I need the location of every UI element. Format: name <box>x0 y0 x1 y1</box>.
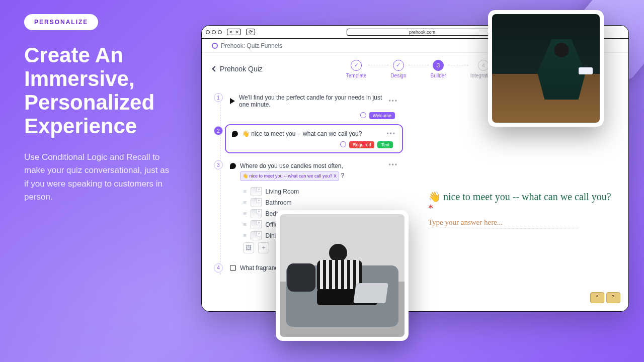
question-2[interactable]: 2 👋 nice to meet you -- what can we call… <box>228 124 400 153</box>
url-bar[interactable]: prehook.com <box>347 29 498 36</box>
gear-icon[interactable] <box>340 141 346 147</box>
drag-handle-icon[interactable]: ≡ <box>243 210 247 217</box>
back-button[interactable]: Prehook Quiz <box>213 65 263 73</box>
question-1[interactable]: 1 We'll find you the perfect candle for … <box>228 91 400 119</box>
photo-woman-on-laptop <box>276 210 409 341</box>
tag-text: Text <box>377 141 393 148</box>
thumb-icon[interactable]: × <box>251 209 262 218</box>
preview-question: 👋 nice to meet you -- what can we call y… <box>428 191 611 202</box>
question-text: 👋 nice to meet you -- what can we call y… <box>242 130 362 137</box>
thumb-icon[interactable]: × <box>251 187 262 196</box>
photo-man-on-phone <box>488 10 604 127</box>
required-mark: * <box>428 203 433 214</box>
nav-refresh-icon[interactable]: ⟳ <box>246 29 255 35</box>
drag-handle-icon[interactable]: ≡ <box>243 199 247 206</box>
answer-input[interactable]: Type your answer here... <box>428 218 579 229</box>
question-text-suffix: ? <box>341 172 344 179</box>
chat-icon <box>232 131 238 137</box>
gear-icon[interactable] <box>360 112 366 118</box>
drag-handle-icon[interactable]: ≡ <box>243 232 247 239</box>
window-close-icon[interactable] <box>206 30 210 34</box>
headline: Create An Immersive, Personalized Experi… <box>24 43 185 138</box>
add-image-button[interactable]: 🖼 <box>243 242 254 253</box>
app-title: Prehook: Quiz Funnels <box>221 42 282 49</box>
play-icon <box>230 98 235 104</box>
step-builder[interactable]: 3Builder <box>431 60 446 78</box>
drag-handle-icon[interactable]: ≡ <box>243 188 247 195</box>
thumb-icon[interactable]: × <box>251 198 262 207</box>
nav-back-forward[interactable]: < > <box>227 29 241 35</box>
checkbox-icon <box>230 265 236 271</box>
tag-required: Required <box>349 141 375 148</box>
thumb-icon[interactable]: × <box>251 231 262 240</box>
tag-welcome: Welcome <box>369 112 395 119</box>
category-pill: PERSONALIZE <box>24 14 98 30</box>
question-text: We'll find you the perfect candle for yo… <box>239 94 384 108</box>
drag-handle-icon[interactable]: ≡ <box>243 221 247 228</box>
option-row[interactable]: ≡×Bathroom <box>243 198 400 207</box>
recall-token[interactable]: 👋 nice to meet you -- what can we call y… <box>240 171 339 180</box>
chevron-left-icon <box>212 66 217 71</box>
add-option-button[interactable]: + <box>258 242 269 253</box>
app-logo-icon <box>212 43 218 49</box>
question-text: What fragrance <box>240 264 281 272</box>
option-row[interactable]: ≡×Living Room <box>243 187 400 196</box>
window-zoom-icon[interactable] <box>218 30 222 34</box>
back-label: Prehook Quiz <box>220 65 263 73</box>
more-icon[interactable]: ••• <box>386 130 396 137</box>
prev-question-button[interactable]: ˄ <box>590 292 604 303</box>
subhead: Use Conditional Logic and Recall to make… <box>24 151 175 204</box>
question-text: Where do you use candles most often, <box>240 162 343 169</box>
more-icon[interactable]: ••• <box>388 161 398 168</box>
next-question-button[interactable]: ˅ <box>606 292 620 303</box>
thumb-icon[interactable]: × <box>251 220 262 229</box>
more-icon[interactable]: ••• <box>388 98 398 105</box>
chat-icon <box>230 163 236 169</box>
step-design[interactable]: ✓Design <box>390 60 406 78</box>
step-template[interactable]: ✓Template <box>346 60 367 78</box>
window-minimize-icon[interactable] <box>212 30 216 34</box>
